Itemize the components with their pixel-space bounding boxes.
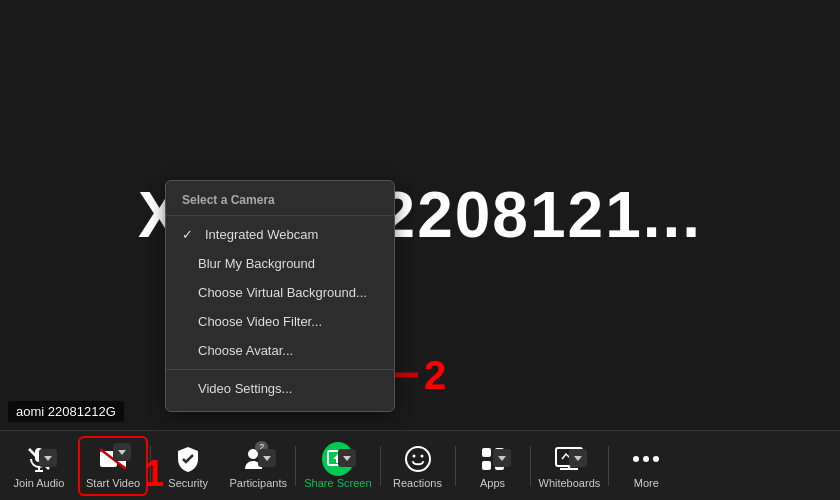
microphone-off-icon [23,443,55,475]
svg-marker-16 [343,456,351,461]
grid-icon [477,443,509,475]
step2-label: 2 [424,355,446,395]
participants-caret[interactable] [258,449,276,467]
join-audio-button[interactable]: Join Audio [4,436,74,496]
menu-item-virtual-bg[interactable]: Choose Virtual Background... [166,278,394,307]
reactions-button[interactable]: Reactions [383,436,453,496]
toolbar-separator-3 [380,446,381,486]
svg-marker-10 [118,450,126,455]
more-label: More [634,477,659,489]
svg-point-29 [633,456,639,462]
svg-rect-22 [482,461,491,470]
security-button[interactable]: Security [153,436,223,496]
whiteboard-icon [553,443,585,475]
svg-point-19 [420,454,423,457]
more-button[interactable]: More [611,436,681,496]
video-area: Xiaomi 2208121... aomi 22081212G 2 [0,0,840,430]
menu-item-blur-bg[interactable]: Blur My Background [166,249,394,278]
video-camera-icon [97,443,129,475]
apps-button[interactable]: Apps [458,436,528,496]
whiteboards-caret[interactable] [569,449,587,467]
share-screen-icon [322,443,354,475]
participants-button[interactable]: 2 Participants [223,436,293,496]
join-audio-label: Join Audio [14,477,65,489]
menu-item-avatar[interactable]: Choose Avatar... [166,336,394,365]
share-screen-caret[interactable] [338,449,356,467]
apps-label: Apps [480,477,505,489]
apps-caret[interactable] [493,449,511,467]
emoji-icon [402,443,434,475]
svg-point-31 [653,456,659,462]
share-screen-button[interactable]: Share Screen [298,436,377,496]
toolbar-separator-4 [455,446,456,486]
reactions-label: Reactions [393,477,442,489]
whiteboards-button[interactable]: Whiteboards [533,436,607,496]
whiteboards-label: Whiteboards [539,477,601,489]
shield-icon [172,443,204,475]
context-menu-header: Select a Camera [166,189,394,216]
share-screen-label: Share Screen [304,477,371,489]
join-audio-caret[interactable] [39,449,57,467]
start-video-caret[interactable] [113,443,131,461]
participants-label: Participants [229,477,286,489]
security-label: Security [168,477,208,489]
participant-badge: aomi 22081212G [8,401,124,422]
svg-point-17 [406,447,430,471]
toolbar-separator-2 [295,446,296,486]
svg-marker-13 [263,456,271,461]
start-video-label: Start Video [86,477,140,489]
toolbar-separator-5 [530,446,531,486]
toolbar-separator-6 [608,446,609,486]
svg-marker-28 [574,456,582,461]
camera-context-menu: Select a Camera Integrated Webcam Blur M… [165,180,395,412]
menu-item-video-filter[interactable]: Choose Video Filter... [166,307,394,336]
svg-point-30 [643,456,649,462]
people-icon: 2 [242,443,274,475]
svg-marker-24 [498,456,506,461]
svg-marker-6 [44,456,52,461]
start-video-button[interactable]: Start Video 1 [78,436,148,496]
svg-point-18 [412,454,415,457]
menu-divider [166,369,394,370]
menu-item-video-settings[interactable]: Video Settings... [166,374,394,403]
svg-rect-20 [482,448,491,457]
dots-icon [630,443,662,475]
toolbar: Join Audio Start Video 1 Security [0,430,840,500]
menu-item-integrated-webcam[interactable]: Integrated Webcam [166,220,394,249]
